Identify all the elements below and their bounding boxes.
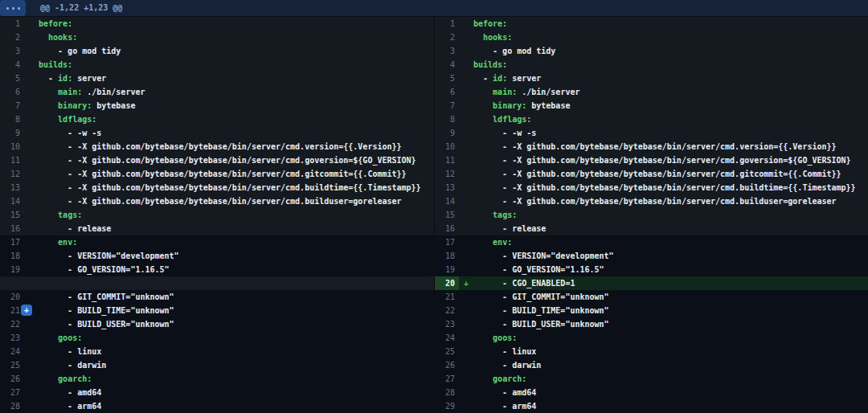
diff-marker bbox=[459, 126, 473, 140]
line-number[interactable]: 9 bbox=[435, 126, 459, 140]
line-number[interactable]: 20 bbox=[0, 290, 24, 304]
line-number[interactable]: 7 bbox=[435, 99, 459, 112]
diff-marker bbox=[459, 235, 473, 249]
line-number[interactable]: 26 bbox=[435, 358, 459, 372]
diff-row: 17 env: bbox=[0, 235, 434, 249]
line-number[interactable]: 9 bbox=[0, 126, 24, 140]
diff-row: 6 main: ./bin/server bbox=[0, 85, 434, 99]
diff-row: 9 - -w -s bbox=[435, 126, 868, 140]
line-number[interactable]: 26 bbox=[0, 372, 24, 386]
line-number[interactable]: 13 bbox=[435, 181, 459, 194]
line-number[interactable]: 10 bbox=[435, 140, 459, 153]
code-line: - linux bbox=[473, 345, 536, 358]
line-number[interactable]: 20 bbox=[435, 276, 459, 290]
diff-marker bbox=[459, 17, 473, 31]
line-number[interactable]: 15 bbox=[435, 208, 459, 222]
diff-row: 2 hooks: bbox=[435, 31, 868, 44]
line-number[interactable]: 7 bbox=[0, 99, 24, 112]
line-number[interactable]: 11 bbox=[0, 153, 24, 167]
diff-row: 19 - GO_VERSION="1.16.5" bbox=[435, 263, 868, 276]
line-number[interactable]: 16 bbox=[0, 222, 24, 235]
code-line: - BUILD_USER="unknown" bbox=[39, 317, 174, 331]
code-line: - amd64 bbox=[39, 386, 101, 399]
line-number[interactable]: 25 bbox=[0, 358, 24, 372]
expand-hunk-button[interactable] bbox=[0, 0, 26, 16]
line-number[interactable]: 3 bbox=[435, 44, 459, 58]
line-number[interactable]: 2 bbox=[0, 31, 24, 44]
line-number[interactable]: 18 bbox=[435, 249, 459, 263]
line-number[interactable]: 5 bbox=[0, 72, 24, 85]
line-number[interactable]: 19 bbox=[435, 263, 459, 276]
diff-row: 23 - BUILD_USER="unknown" bbox=[435, 317, 868, 331]
line-number[interactable]: 8 bbox=[435, 112, 459, 126]
line-number[interactable]: 21 bbox=[435, 290, 459, 304]
line-number[interactable]: 28 bbox=[435, 386, 459, 399]
code-line: - -X github.com/bytebase/bytebase/bin/se… bbox=[39, 140, 402, 153]
line-number[interactable]: 18 bbox=[0, 249, 24, 263]
line-number[interactable]: 27 bbox=[0, 386, 24, 399]
line-number[interactable]: 19 bbox=[0, 263, 24, 276]
diff-marker bbox=[24, 249, 39, 263]
diff-row: 22 - BUILD_USER="unknown" bbox=[0, 317, 434, 331]
diff-row: 23 goos: bbox=[0, 331, 434, 345]
line-number[interactable]: 29 bbox=[435, 399, 459, 413]
diff-row: 7 binary: bytebase bbox=[0, 99, 434, 112]
horizontal-dots-icon bbox=[6, 7, 9, 10]
diff-marker bbox=[459, 249, 473, 263]
hunk-range-label: @@ -1,22 +1,23 @@ bbox=[40, 0, 122, 16]
line-number[interactable]: 14 bbox=[435, 194, 459, 208]
diff-marker bbox=[459, 153, 473, 167]
line-number[interactable]: 3 bbox=[0, 44, 24, 58]
line-number[interactable]: 15 bbox=[0, 208, 24, 222]
diff-marker bbox=[459, 140, 473, 153]
line-number[interactable]: 1 bbox=[435, 17, 459, 31]
diff-row: 26 goarch: bbox=[0, 372, 434, 386]
code-line: - -X github.com/bytebase/bytebase/bin/se… bbox=[39, 167, 407, 181]
line-number[interactable]: 25 bbox=[435, 345, 459, 358]
code-line: - VERSION="development" bbox=[473, 249, 614, 263]
line-number[interactable]: 23 bbox=[435, 317, 459, 331]
line-number[interactable]: 14 bbox=[0, 194, 24, 208]
code-line: goos: bbox=[473, 331, 517, 345]
code-line: - GO_VERSION="1.16.5" bbox=[39, 263, 170, 276]
code-line: binary: bytebase bbox=[473, 99, 570, 112]
line-number[interactable]: 5 bbox=[435, 72, 459, 85]
line-number[interactable]: 17 bbox=[435, 235, 459, 249]
diff-row: 18 - VERSION="development" bbox=[0, 249, 434, 263]
diff-marker bbox=[459, 181, 473, 194]
line-number[interactable]: 12 bbox=[0, 167, 24, 181]
add-comment-button[interactable]: + bbox=[21, 305, 32, 316]
line-number[interactable]: 4 bbox=[435, 58, 459, 72]
line-number[interactable]: 13 bbox=[0, 181, 24, 194]
line-number[interactable]: 4 bbox=[0, 58, 24, 72]
diff-row: 25 - linux bbox=[435, 345, 868, 358]
line-number[interactable]: 23 bbox=[0, 331, 24, 345]
line-number[interactable]: 22 bbox=[435, 304, 459, 317]
line-number[interactable]: 24 bbox=[435, 331, 459, 345]
code-line: - VERSION="development" bbox=[39, 249, 179, 263]
line-number[interactable]: 24 bbox=[0, 345, 24, 358]
diff-row: 25 - darwin bbox=[0, 358, 434, 372]
line-number[interactable]: 2 bbox=[435, 31, 459, 44]
diff-row: 16 - release bbox=[0, 222, 434, 235]
code-line: - GO_VERSION="1.16.5" bbox=[473, 263, 604, 276]
line-number[interactable]: 8 bbox=[0, 112, 24, 126]
line-number[interactable]: 12 bbox=[435, 167, 459, 181]
diff-marker bbox=[24, 358, 39, 372]
diff-row: 15 tags: bbox=[0, 208, 434, 222]
line-number[interactable]: 11 bbox=[435, 153, 459, 167]
code-line: - linux bbox=[39, 345, 101, 358]
line-number[interactable]: 17 bbox=[0, 235, 24, 249]
line-number[interactable]: 16 bbox=[435, 222, 459, 235]
line-number[interactable]: 27 bbox=[435, 372, 459, 386]
code-line: - -X github.com/bytebase/bytebase/bin/se… bbox=[473, 153, 851, 167]
line-number[interactable]: 6 bbox=[435, 85, 459, 99]
diff-marker bbox=[24, 386, 39, 399]
line-number[interactable]: 1 bbox=[0, 17, 24, 31]
line-number[interactable]: 28 bbox=[0, 399, 24, 413]
diff-row: 29 - arm64 bbox=[435, 399, 868, 413]
line-number[interactable]: 6 bbox=[0, 85, 24, 99]
diff-marker bbox=[24, 276, 39, 290]
line-number[interactable]: 22 bbox=[0, 317, 24, 331]
line-number[interactable]: 10 bbox=[0, 140, 24, 153]
